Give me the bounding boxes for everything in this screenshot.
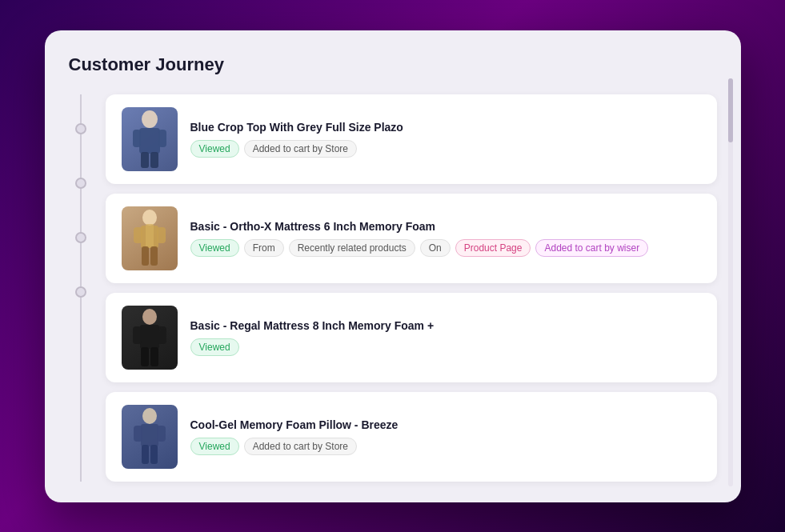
svg-rect-15 [133,326,142,344]
timeline-dot-4 [75,286,86,298]
svg-rect-16 [158,326,166,344]
svg-point-0 [142,110,158,128]
tag-product-page-2: Product Page [455,239,531,257]
svg-rect-20 [141,424,158,446]
tag-viewed-1: Viewed [190,140,239,158]
tag-on-2: On [420,239,451,257]
svg-rect-3 [158,130,166,147]
page-title: Customer Journey [69,54,717,75]
tag-from-2: From [244,239,284,257]
svg-rect-2 [133,130,141,147]
svg-rect-1 [139,128,160,154]
product-info-1: Blue Crop Top With Grey Full Size Plazo … [190,121,701,158]
product-info-2: Basic - Ortho-X Mattress 6 Inch Memory F… [190,220,701,257]
svg-rect-12 [150,246,158,266]
tag-viewed-4: Viewed [190,438,239,455]
journey-card-3: Basic - Regal Mattress 8 Inch Memory Foa… [106,293,717,382]
timeline-dot-1 [75,123,86,134]
tags-row-1: Viewed Added to cart by Store [190,140,701,158]
scrollbar-thumb[interactable] [728,78,733,142]
product-image-1 [122,107,178,171]
timeline-dot-2 [75,178,86,189]
product-image-4 [122,405,178,469]
svg-rect-8 [146,224,154,248]
tag-viewed-2: Viewed [190,239,239,257]
svg-rect-18 [150,347,158,366]
tags-row-3: Viewed [190,338,701,356]
svg-point-13 [142,309,157,325]
journey-card-4: Cool-Gel Memory Foam Pillow - Breeze Vie… [106,392,717,482]
journey-card-1: Blue Crop Top With Grey Full Size Plazo … [106,94,717,184]
svg-point-19 [142,408,157,424]
tag-added-store-4: Added to cart by Store [244,438,357,455]
product-name-1: Blue Crop Top With Grey Full Size Plazo [190,121,701,134]
timeline-dot-3 [75,232,86,243]
product-name-3: Basic - Regal Mattress 8 Inch Memory Foa… [190,319,701,332]
svg-rect-21 [134,426,142,442]
svg-rect-22 [157,426,166,442]
svg-rect-23 [142,445,149,464]
product-info-3: Basic - Regal Mattress 8 Inch Memory Foa… [190,319,701,356]
svg-rect-10 [157,227,166,243]
tag-recently-related-2: Recently related products [289,239,415,257]
tags-row-2: Viewed From Recently related products On… [190,239,701,257]
svg-rect-17 [141,347,149,366]
timeline-container: Blue Crop Top With Grey Full Size Plazo … [69,94,717,482]
svg-rect-9 [134,227,142,243]
svg-rect-14 [140,325,159,349]
tags-row-4: Viewed Added to cart by Store [190,438,701,455]
products-list: Blue Crop Top With Grey Full Size Plazo … [106,94,717,482]
scrollbar[interactable] [728,78,733,486]
tag-added-wiser-2: Added to cart by wiser [535,239,648,257]
svg-rect-24 [150,445,158,464]
product-image-2 [122,206,178,270]
product-image-3 [122,306,178,370]
svg-rect-5 [150,152,158,168]
svg-rect-4 [141,152,149,168]
product-name-4: Cool-Gel Memory Foam Pillow - Breeze [190,418,701,431]
journey-card-2: Basic - Ortho-X Mattress 6 Inch Memory F… [106,194,717,283]
timeline-line-column [69,94,93,482]
product-name-2: Basic - Ortho-X Mattress 6 Inch Memory F… [190,220,701,233]
svg-point-6 [142,210,157,226]
svg-rect-11 [142,246,149,266]
customer-journey-card: Customer Journey [45,30,741,502]
product-info-4: Cool-Gel Memory Foam Pillow - Breeze Vie… [190,418,701,455]
tag-added-store-1: Added to cart by Store [244,140,357,158]
tag-viewed-3: Viewed [190,338,239,356]
